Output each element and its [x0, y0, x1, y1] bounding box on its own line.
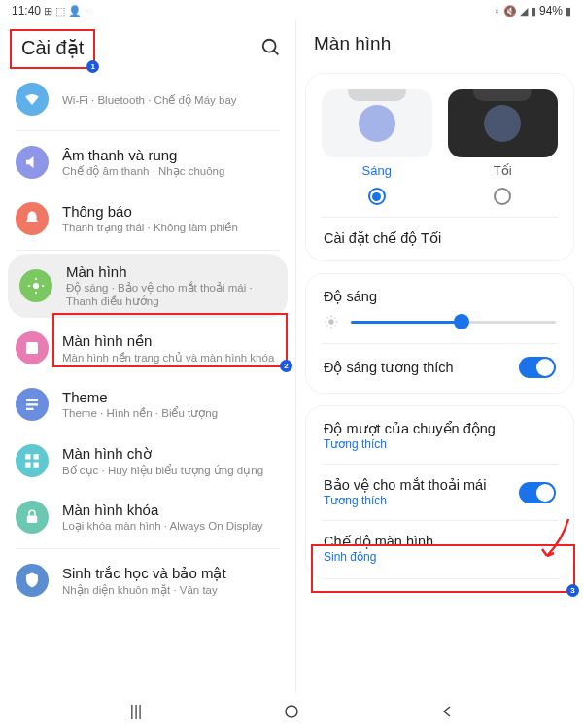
svg-rect-9 — [34, 454, 39, 459]
divider — [16, 250, 280, 251]
status-icon: ⊞ — [44, 5, 52, 17]
light-preview — [322, 89, 432, 157]
sidebar-item-notifications[interactable]: Thông báo Thanh trạng thái · Không làm p… — [0, 191, 295, 247]
row-sub: Sinh động — [324, 550, 433, 564]
sun-icon — [19, 269, 52, 302]
light-label: Sáng — [362, 163, 392, 178]
sidebar-sub: Màn hình nền trang chủ và màn hình khóa — [62, 351, 280, 364]
back-button[interactable] — [437, 702, 457, 721]
sidebar-item-theme[interactable]: Theme Theme · Hình nền · Biểu tượng — [0, 376, 295, 433]
eye-comfort-row[interactable]: Bảo vệ cho mắt thoải mái Tương thích — [306, 465, 573, 520]
shield-icon — [16, 564, 49, 597]
bell-icon — [16, 202, 49, 235]
palette-icon — [16, 388, 49, 421]
wifi-icon — [16, 83, 49, 116]
sidebar-sub: Nhận diện khuôn mặt · Vân tay — [62, 583, 280, 597]
status-bar: 11:40 ⊞ ⬚ 👤 · ᚼ 🔇 ◢ ▮ 94% ▮ — [0, 0, 583, 19]
sidebar-sub: Thanh trạng thái · Không làm phiền — [62, 221, 280, 234]
sidebar-title: Thông báo — [62, 203, 280, 220]
display-settings-panel: Màn hình Sáng Tối Cài đặt chế độ Tối — [296, 19, 583, 693]
svg-rect-11 — [34, 463, 39, 468]
sidebar-title: Màn hình khóa — [62, 502, 280, 518]
row-title: Độ sáng tương thích — [324, 360, 454, 375]
eye-comfort-toggle[interactable] — [519, 482, 556, 503]
row-title: Cài đặt chế độ Tối — [324, 230, 441, 246]
battery-icon: ▮ — [566, 5, 571, 17]
row-sub: Tương thích — [324, 437, 496, 451]
sidebar-item-display[interactable]: Màn hình Độ sáng · Bảo vệ cho mắt thoải … — [8, 254, 288, 318]
search-icon[interactable] — [260, 37, 282, 62]
recents-button[interactable]: ||| — [126, 702, 146, 721]
divider — [16, 130, 280, 131]
signal-icon: ▮ — [531, 5, 536, 17]
sun-icon — [324, 314, 339, 329]
sidebar-item-sound[interactable]: Âm thanh và rung Chế độ âm thanh · Nhạc … — [0, 134, 295, 191]
brightness-card: Độ sáng Độ sáng tương thích — [306, 274, 573, 393]
panel-title: Màn hình — [314, 33, 566, 54]
svg-line-20 — [326, 325, 327, 326]
row-sub: Tương thích — [324, 494, 486, 507]
dark-preview — [448, 89, 559, 157]
sidebar-title: Âm thanh và rung — [62, 147, 280, 163]
mode-card: Sáng Tối Cài đặt chế độ Tối — [306, 74, 573, 260]
lock-icon — [16, 501, 49, 534]
sidebar-item-wallpaper[interactable]: Màn hình nền Màn hình nền trang chủ và m… — [0, 320, 295, 376]
sidebar-sub: Chế độ âm thanh · Nhạc chuông — [62, 164, 280, 178]
sidebar-sub: Loại khóa màn hình · Always On Display — [62, 519, 280, 533]
advanced-card: Độ mượt của chuyển động Tương thích Bảo … — [306, 406, 573, 578]
sidebar-item-biometrics[interactable]: Sinh trắc học và bảo mật Nhận diện khuôn… — [0, 552, 295, 608]
radio-light[interactable] — [368, 188, 386, 205]
row-title: Chế độ màn hình — [324, 534, 433, 549]
sidebar-title: Màn hình chờ — [62, 445, 280, 463]
sidebar-title: Màn hình — [66, 263, 276, 280]
divider — [16, 548, 280, 549]
status-icon: ⬚ — [55, 5, 65, 17]
svg-rect-7 — [26, 342, 38, 354]
adaptive-toggle[interactable] — [519, 357, 556, 378]
bluetooth-icon: ᚼ — [494, 5, 500, 17]
svg-line-18 — [326, 317, 327, 318]
svg-rect-10 — [25, 463, 30, 468]
home-button[interactable] — [282, 702, 301, 721]
grid-icon — [16, 444, 49, 477]
svg-point-2 — [33, 283, 39, 289]
svg-line-19 — [334, 325, 335, 326]
dark-mode-option[interactable]: Tối — [448, 89, 559, 213]
sidebar-item-connections[interactable]: Wi-Fi · Bluetooth · Chế độ Máy bay — [0, 79, 295, 127]
sidebar-sub: Bố cục · Huy hiệu biểu tượng ứng dụng — [62, 464, 280, 477]
svg-point-0 — [263, 39, 276, 52]
sidebar-item-homescreen[interactable]: Màn hình chờ Bố cục · Huy hiệu biểu tượn… — [0, 433, 295, 489]
dark-mode-settings-row[interactable]: Cài đặt chế độ Tối — [306, 218, 573, 259]
sidebar-title: Theme — [62, 389, 280, 405]
brightness-slider[interactable] — [351, 321, 556, 324]
annotation-badge-1: 1 — [86, 60, 99, 73]
page-title: Cài đặt — [21, 36, 84, 59]
svg-line-21 — [334, 317, 335, 318]
status-icon: · — [85, 5, 87, 17]
adaptive-brightness-row[interactable]: Độ sáng tương thích — [306, 344, 573, 391]
light-mode-option[interactable]: Sáng — [322, 89, 432, 213]
navigation-bar: ||| — [0, 695, 583, 728]
radio-dark[interactable] — [494, 188, 511, 205]
clock: 11:40 — [12, 4, 41, 17]
sidebar-item-lockscreen[interactable]: Màn hình khóa Loại khóa màn hình · Alway… — [0, 489, 295, 545]
annotation-box-1: Cài đặt 1 — [10, 29, 95, 69]
mute-icon: 🔇 — [503, 5, 517, 17]
screen-mode-row[interactable]: Chế độ màn hình Sinh động — [306, 521, 573, 576]
svg-point-22 — [286, 706, 297, 717]
svg-rect-8 — [25, 454, 30, 459]
row-title: Độ mượt của chuyển động — [324, 421, 496, 436]
sidebar-title: Màn hình nền — [62, 332, 280, 350]
sidebar-sub: Wi-Fi · Bluetooth · Chế độ Máy bay — [62, 93, 280, 107]
dark-label: Tối — [494, 163, 512, 178]
sound-icon — [16, 146, 49, 179]
sidebar-sub: Theme · Hình nền · Biểu tượng — [62, 406, 280, 420]
brightness-label: Độ sáng — [324, 289, 377, 304]
wifi-icon: ◢ — [520, 5, 528, 17]
battery-text: 94% — [539, 4, 563, 17]
svg-line-1 — [274, 50, 279, 54]
svg-rect-12 — [27, 516, 38, 524]
motion-smoothness-row[interactable]: Độ mượt của chuyển động Tương thích — [306, 408, 573, 464]
settings-sidebar: Cài đặt 1 Wi-Fi · Bluetooth · Chế độ Máy… — [0, 19, 296, 693]
image-icon — [16, 331, 49, 364]
